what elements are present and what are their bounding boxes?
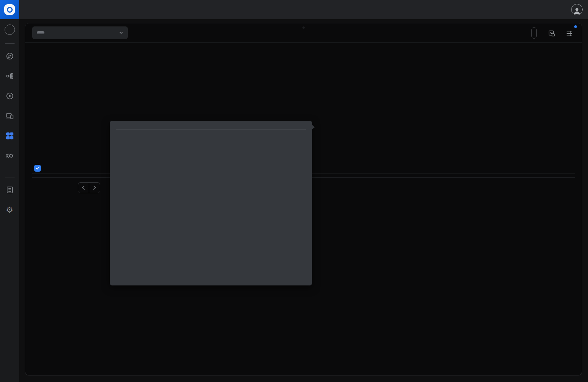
filter-settings-button[interactable] [564, 28, 574, 38]
client-devices-icon [6, 112, 14, 120]
sidebar-item-ports[interactable] [3, 129, 16, 143]
divider [5, 43, 15, 44]
devices-icon [6, 92, 14, 100]
view-tabs [302, 26, 305, 29]
chart-tooltip [110, 121, 312, 285]
chevron-left-icon [82, 185, 85, 190]
radios-icon [6, 152, 14, 160]
panel-header [25, 23, 582, 43]
topology-icon [6, 72, 14, 80]
sidebar-item-system-log[interactable] [3, 183, 16, 197]
ports-icon [6, 132, 14, 140]
log-icon [6, 186, 14, 194]
select-all-checkbox[interactable] [34, 165, 41, 172]
pager [78, 182, 100, 193]
notification-dot [574, 25, 577, 28]
chart-controls [32, 48, 575, 60]
chevron-down-icon [119, 31, 123, 34]
time-range-group [531, 27, 537, 39]
dashboard-icon [6, 52, 14, 60]
sliders-icon [566, 30, 573, 37]
gear-icon: ⚙ [6, 206, 13, 214]
next-page-button[interactable] [89, 183, 100, 193]
device-selector[interactable] [32, 26, 128, 39]
site-badge[interactable] [5, 25, 15, 35]
top-bar [0, 0, 588, 19]
user-avatar[interactable] [571, 4, 583, 15]
check-icon [36, 166, 40, 170]
prev-page-button[interactable] [78, 183, 89, 193]
switch-icon [37, 31, 44, 34]
sidebar-item-clients[interactable] [3, 109, 16, 123]
sidebar-item-settings[interactable]: ⚙ [3, 203, 16, 216]
chevron-right-icon [93, 185, 96, 190]
sidebar-item-unifi-devices[interactable] [3, 89, 16, 103]
divider [116, 130, 306, 130]
sidebar: ⚙ [0, 19, 19, 382]
unifi-logo[interactable] [0, 0, 19, 19]
sidebar-item-dashboard[interactable] [3, 49, 16, 63]
chart-plot-area[interactable] [47, 66, 571, 126]
unifi-logo-icon [4, 4, 15, 15]
fullscreen-button[interactable] [547, 28, 557, 38]
expand-icon [548, 30, 555, 37]
divider [5, 177, 15, 177]
person-icon [573, 7, 581, 15]
sidebar-item-topology[interactable] [3, 69, 16, 83]
sidebar-item-radios[interactable] [3, 149, 16, 162]
